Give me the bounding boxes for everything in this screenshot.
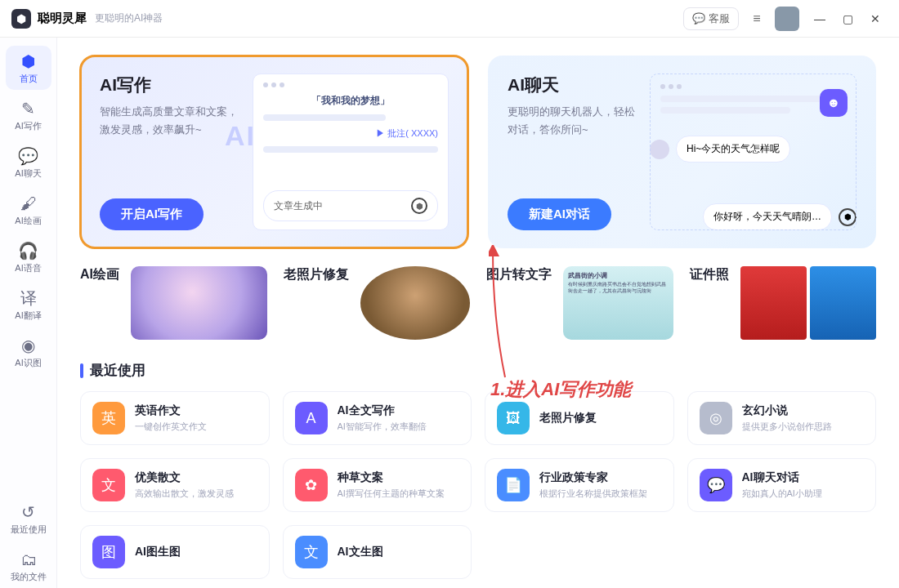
hero-write-desc: 智能生成高质量文章和文案， 激发灵感，效率飙升~ [100, 103, 238, 139]
ocr-doc-title: 武昌街的小调 [568, 271, 669, 280]
hero-chat-desc: 更聪明的聊天机器人，轻松 对话，答你所问~ [508, 103, 635, 139]
recent-card-title: 玄幻小说 [742, 403, 832, 418]
menu-icon[interactable]: ≡ [745, 7, 768, 30]
sidebar-item-label: 首页 [20, 73, 38, 85]
window-dots-icon [660, 84, 846, 89]
start-ai-write-button[interactable]: 开启AI写作 [100, 198, 204, 230]
recent-card-icon: 💬 [700, 469, 732, 501]
main-content: AI写作 智能生成高质量文章和文案， 激发灵感，效率飙升~ 开启AI写作 AI … [57, 38, 899, 588]
titlebar: ⬢ 聪明灵犀 更聪明的AI神器 💬 客服 ≡ — ▢ ✕ [0, 0, 899, 38]
sidebar-item-write[interactable]: ✎ AI写作 [6, 93, 51, 137]
recent-card-title: 种草文案 [338, 470, 445, 485]
translate-icon: 译 [20, 289, 37, 307]
minimize-button[interactable]: — [807, 7, 832, 31]
close-button[interactable]: ✕ [863, 7, 888, 31]
sidebar-item-home[interactable]: ⬢ 首页 [6, 46, 51, 90]
recent-card-icon: 文 [92, 469, 125, 501]
sidebar-item-label: AI绘画 [15, 215, 41, 227]
write-preview-panel: AI 「我和我的梦想」 ▶ 批注( XXXX) 文章生成中 ⬢ [253, 74, 449, 230]
sidebar-item-files[interactable]: 🗂 我的文件 [6, 544, 51, 588]
recent-card-sub: AI撰写任何主题的种草文案 [338, 488, 445, 500]
hex-badge-icon: ⬢ [411, 198, 427, 214]
recent-card-sub: 高效输出散文，激发灵感 [135, 488, 234, 500]
new-ai-chat-button[interactable]: 新建AI对话 [508, 198, 611, 230]
support-label: 客服 [709, 11, 730, 26]
chat-preview-panel: ☻ Hi~今天的天气怎样呢 你好呀，今天天气晴朗… ⬢ [650, 74, 857, 230]
scan-icon: ◉ [21, 336, 35, 354]
recent-card[interactable]: A AI全文写作 AI智能写作，效率翻倍 [283, 391, 472, 445]
sidebar-item-chat[interactable]: 💬 AI聊天 [6, 140, 51, 185]
recent-card-sub: 宛如真人的AI小助理 [742, 488, 822, 500]
hero-ai-write[interactable]: AI写作 智能生成高质量文章和文案， 激发灵感，效率飙升~ 开启AI写作 AI … [80, 56, 468, 248]
sidebar-item-label: AI语音 [15, 262, 41, 274]
recent-header: 最近使用 [80, 361, 876, 380]
recent-card[interactable]: ◎ 玄幻小说 提供更多小说创作思路 [687, 391, 877, 445]
recent-card[interactable]: ✿ 种草文案 AI撰写任何主题的种草文案 [283, 458, 472, 512]
recent-card-sub: AI智能写作，效率翻倍 [338, 421, 427, 433]
recent-card-icon: ✿ [295, 469, 328, 501]
recent-card-sub: 根据行业名称提供政策框架 [539, 488, 647, 500]
recent-card[interactable]: 文 AI文生图 [283, 525, 472, 579]
pen-icon: ✎ [21, 100, 35, 118]
recent-card-title: AI文生图 [338, 545, 383, 559]
headphone-icon: 🎧 [18, 242, 38, 260]
recent-card[interactable]: 英 英语作文 一键创作英文作文 [80, 391, 270, 445]
sidebar-item-label: 最近使用 [11, 523, 47, 536]
user-avatar[interactable] [775, 7, 799, 31]
sidebar-item-label: AI写作 [15, 120, 41, 132]
chat-float-icon: ☻ [820, 89, 848, 117]
sidebar-item-label: 我的文件 [11, 571, 47, 583]
mock-annotation: ▶ 批注( XXXX) [376, 127, 438, 140]
folder-icon: 🗂 [20, 550, 37, 568]
ai-ghost-text: AI [225, 120, 256, 152]
chat-icon: 💬 [18, 147, 38, 165]
sidebar-item-ocr[interactable]: ◉ AI识图 [6, 330, 51, 374]
tile-oldphoto-thumb [360, 266, 471, 340]
tile-ocr[interactable]: 图片转文字 武昌街的小调 有时候到重庆南路买书总会不自觉地想到武昌街去走一趟了，… [486, 266, 673, 340]
support-button[interactable]: 💬 客服 [683, 7, 739, 30]
app-tagline: 更聪明的AI神器 [95, 11, 163, 25]
tile-ocr-thumb: 武昌街的小调 有时候到重庆南路买书总会不自觉地想到武昌街去走一趟了，尤其在武昌街… [563, 266, 673, 340]
brush-icon: 🖌 [20, 194, 37, 212]
tile-title: 图片转文字 [486, 266, 552, 283]
tile-title: 证件照 [690, 266, 729, 283]
hero-ai-chat[interactable]: AI聊天 更聪明的聊天机器人，轻松 对话，答你所问~ 新建AI对话 ☻ Hi~今… [488, 56, 876, 248]
recent-card[interactable]: 📄 行业政策专家 根据行业名称提供政策框架 [485, 458, 674, 512]
recent-card-icon: A [295, 402, 328, 434]
recent-card[interactable]: 🖼 老照片修复 [485, 391, 674, 445]
tile-ai-draw[interactable]: AI绘画 [80, 266, 267, 340]
recent-card-icon: 📄 [497, 469, 530, 501]
window-dots-icon [263, 82, 438, 87]
sidebar-item-translate[interactable]: 译 AI翻译 [6, 283, 51, 327]
recent-header-text: 最近使用 [90, 361, 145, 380]
recent-card[interactable]: 文 优美散文 高效输出散文，激发灵感 [80, 458, 270, 512]
sidebar-item-label: AI识图 [15, 357, 41, 369]
recent-card-title: AI全文写作 [338, 403, 427, 418]
sidebar-item-draw[interactable]: 🖌 AI绘画 [6, 188, 51, 232]
sidebar: ⬢ 首页 ✎ AI写作 💬 AI聊天 🖌 AI绘画 🎧 AI语音 译 AI翻译 … [0, 38, 57, 588]
sidebar-item-label: AI聊天 [15, 167, 41, 180]
sidebar-item-recent[interactable]: ↺ 最近使用 [6, 497, 51, 541]
recent-card-icon: 文 [295, 536, 328, 568]
recent-card-sub: 提供更多小说创作思路 [742, 421, 832, 433]
sidebar-item-voice[interactable]: 🎧 AI语音 [6, 235, 51, 279]
recent-card-title: AI图生图 [135, 545, 181, 559]
recent-card-icon: 图 [92, 536, 125, 568]
history-icon: ↺ [21, 503, 35, 521]
chat-bubble-icon: 💬 [692, 12, 705, 24]
recent-card-title: 英语作文 [135, 403, 207, 418]
recent-grid: 英 英语作文 一键创作英文作文A AI全文写作 AI智能写作，效率翻倍🖼 老照片… [80, 391, 876, 579]
recent-card-icon: 英 [92, 402, 125, 434]
window-controls: — ▢ ✕ [807, 7, 888, 31]
recent-card-title: 老照片修复 [539, 411, 597, 425]
recent-card[interactable]: 图 AI图生图 [80, 525, 270, 579]
tile-idphoto[interactable]: 证件照 [690, 266, 877, 340]
recent-card-title: 行业政策专家 [539, 470, 647, 485]
recent-card[interactable]: 💬 AI聊天对话 宛如真人的AI小助理 [687, 458, 877, 512]
app-name: 聪明灵犀 [38, 11, 87, 26]
mock-doc-title: 「我和我的梦想」 [263, 94, 438, 108]
tile-oldphoto[interactable]: 老照片修复 [284, 266, 471, 340]
recent-card-sub: 一键创作英文作文 [135, 421, 207, 433]
maximize-button[interactable]: ▢ [835, 7, 860, 31]
app-logo-icon: ⬢ [11, 9, 31, 29]
